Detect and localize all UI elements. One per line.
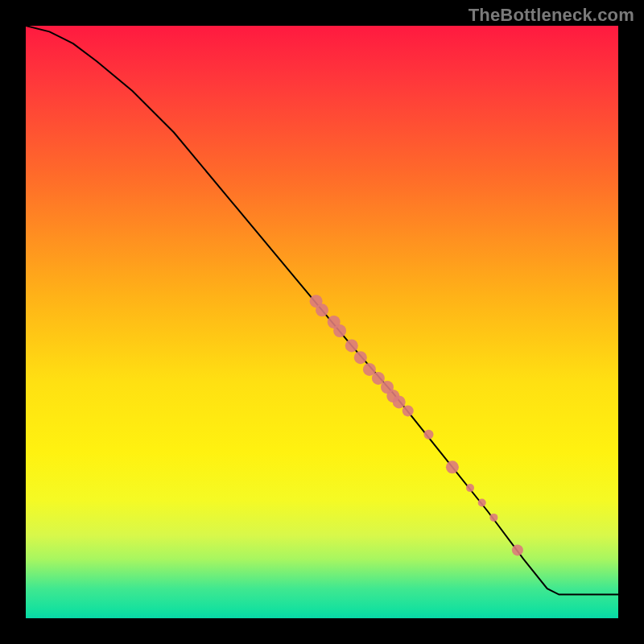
watermark-text: TheBottleneck.com	[469, 5, 634, 26]
scatter-point	[393, 395, 406, 408]
scatter-point	[478, 499, 486, 507]
scatter-point	[466, 484, 474, 492]
scatter-point	[354, 351, 367, 364]
chart-frame: TheBottleneck.com	[0, 0, 644, 644]
scatter-points	[310, 295, 523, 555]
chart-overlay	[26, 26, 618, 618]
scatter-point	[316, 303, 328, 316]
scatter-point	[512, 544, 523, 555]
scatter-point	[489, 514, 497, 522]
scatter-point	[333, 324, 346, 337]
scatter-point	[402, 405, 414, 416]
scatter-point	[424, 430, 434, 440]
scatter-point	[345, 339, 358, 352]
scatter-point	[446, 460, 459, 473]
